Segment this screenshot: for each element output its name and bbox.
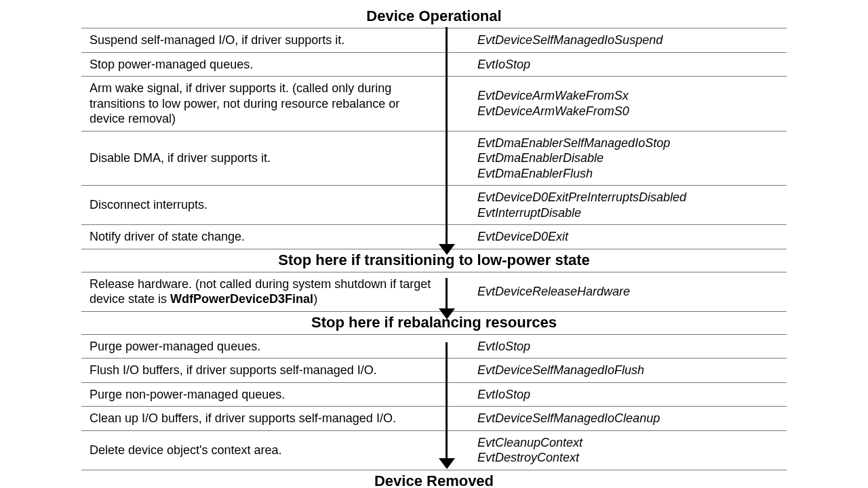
table-row: Disconnect interrupts. EvtDeviceD0ExitPr… — [81, 185, 787, 225]
callback-list: EvtDeviceSelfManagedIoCleanup — [477, 407, 787, 430]
step-description: Purge non-power-managed queues. — [81, 383, 442, 407]
desc-bold-term: WdfPowerDeviceD3Final — [170, 292, 313, 306]
callback-name: EvtCleanupContext — [477, 435, 780, 451]
step-description: Flush I/O buffers, if driver supports se… — [81, 359, 442, 382]
title-device-removed: Device Removed — [81, 470, 787, 489]
table-row: Flush I/O buffers, if driver supports se… — [81, 358, 787, 383]
table-row: Arm wake signal, if driver supports it. … — [81, 76, 787, 131]
table-row: Purge non-power-managed queues. EvtIoSto… — [81, 382, 787, 407]
desc-suffix: ) — [313, 292, 317, 306]
flow-arrow-line — [446, 278, 448, 311]
callback-list: EvtDeviceSelfManagedIoSuspend — [477, 28, 787, 52]
flow-arrow-head-icon — [439, 244, 455, 255]
callback-list: EvtCleanupContext EvtDestroyContext — [477, 431, 787, 470]
step-description: Clean up I/O buffers, if driver supports… — [81, 407, 442, 430]
table-row: Notify driver of state change. EvtDevice… — [81, 224, 787, 249]
callback-name: EvtIoStop — [477, 387, 780, 403]
callback-name: EvtDmaEnablerFlush — [477, 166, 780, 182]
callback-name: EvtIoStop — [477, 57, 780, 73]
title-low-power: Stop here if transitioning to low-power … — [81, 249, 787, 272]
step-description: Release hardware. (not called during sys… — [81, 272, 442, 311]
step-description: Stop power-managed queues. — [81, 53, 442, 77]
callback-name: EvtDeviceD0ExitPreInterruptsDisabled — [477, 190, 780, 205]
callback-name: EvtDmaEnablerSelfManagedIoStop — [477, 136, 780, 151]
callback-name: EvtDeviceSelfManagedIoSuspend — [477, 33, 780, 48]
callback-list: EvtDeviceD0Exit — [477, 225, 787, 249]
flow-arrow-line — [446, 342, 448, 461]
step-description: Suspend self-managed I/O, if driver supp… — [81, 28, 442, 52]
callback-list: EvtDeviceReleaseHardware — [477, 280, 787, 304]
callback-name: EvtDeviceSelfManagedIoFlush — [477, 363, 780, 378]
callback-list: EvtIoStop — [477, 53, 787, 77]
flow-arrow-head-icon — [439, 308, 455, 319]
callback-name: EvtDeviceReleaseHardware — [477, 284, 780, 300]
callback-name: EvtInterruptDisable — [477, 205, 780, 221]
callback-list: EvtIoStop — [477, 335, 787, 359]
callback-list: EvtDeviceArmWakeFromSx EvtDeviceArmWakeF… — [477, 84, 787, 123]
step-description: Delete device object's context area. — [81, 433, 442, 468]
callback-name: EvtDeviceSelfManagedIoCleanup — [477, 411, 780, 426]
callback-name: EvtIoStop — [477, 339, 780, 354]
step-description: Arm wake signal, if driver supports it. … — [81, 77, 442, 131]
step-description: Purge power-managed queues. — [81, 335, 442, 359]
table-row: Stop power-managed queues. EvtIoStop — [81, 52, 787, 77]
table-row: Delete device object's context area. Evt… — [81, 430, 787, 470]
flow-table: Device Operational Suspend self-managed … — [81, 5, 787, 488]
table-row: Clean up I/O buffers, if driver supports… — [81, 406, 787, 431]
callback-list: EvtDeviceD0ExitPreInterruptsDisabled Evt… — [477, 186, 787, 224]
callback-name: EvtDmaEnablerDisable — [477, 150, 780, 166]
callback-name: EvtDeviceD0Exit — [477, 229, 780, 245]
table-row: Disable DMA, if driver supports it. EvtD… — [81, 131, 787, 186]
callback-list: EvtDmaEnablerSelfManagedIoStop EvtDmaEna… — [477, 131, 787, 186]
title-rebalancing: Stop here if rebalancing resources — [81, 312, 787, 335]
callback-name: EvtDestroyContext — [477, 450, 780, 466]
flow-arrow-head-icon — [439, 458, 455, 469]
callback-list: EvtDeviceSelfManagedIoFlush — [477, 359, 787, 382]
callback-name: EvtDeviceArmWakeFromS0 — [477, 104, 780, 119]
step-description: Disable DMA, if driver supports it. — [81, 136, 442, 181]
flow-arrow-line — [446, 27, 448, 247]
table-row: Release hardware. (not called during sys… — [81, 272, 787, 312]
step-description: Notify driver of state change. — [81, 225, 442, 249]
table-row: Purge power-managed queues. EvtIoStop — [81, 334, 787, 359]
table-row: Suspend self-managed I/O, if driver supp… — [81, 28, 787, 53]
callback-name: EvtDeviceArmWakeFromSx — [477, 88, 780, 104]
step-description: Disconnect interrupts. — [81, 188, 442, 222]
callback-list: EvtIoStop — [477, 383, 787, 407]
title-device-operational: Device Operational — [81, 5, 787, 28]
